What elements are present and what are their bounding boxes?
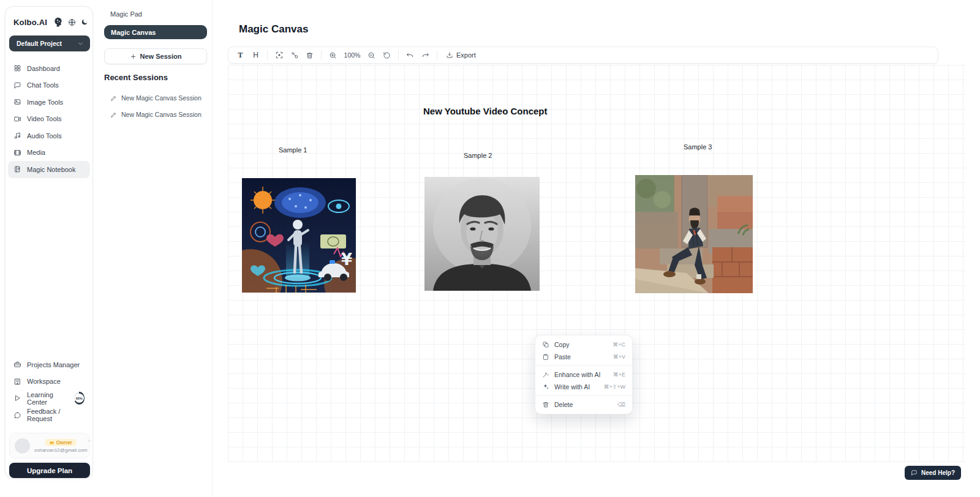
shortcut-label: ⌘+⇧+W [603,384,625,390]
trash-icon [306,51,314,59]
new-session-button[interactable]: New Session [104,48,207,64]
context-menu-item-write-ai[interactable]: Write with AI ⌘+⇧+W [535,381,632,393]
chevron-up-icon [87,438,92,443]
sidebar-item-label: Video Tools [27,115,61,122]
text-tool-button[interactable]: T [233,49,247,62]
redo-button[interactable] [418,49,432,62]
sidebar-footer: Projects Manager Workspace Learning Cent… [8,356,90,424]
redo-icon [421,51,429,59]
crown-icon [49,439,55,445]
sidebar-item-dashboard[interactable]: Dashboard [8,60,90,77]
dark-mode-moon-icon[interactable] [81,18,88,26]
zoom-out-button[interactable] [364,49,379,62]
zoom-out-icon [368,51,375,59]
canvas-sample-label-1[interactable]: Sample 1 [279,146,307,154]
recent-sessions-heading: Recent Sessions [104,73,168,82]
sidebar-item-media[interactable]: Media [8,144,90,162]
sparkles-icon [542,383,549,390]
upgrade-plan-button[interactable]: Upgrade Plan [9,463,90,478]
sidebar-nav: Dashboard Chat Tools Image Tools Video T… [8,60,90,178]
canvas-sample-label-2[interactable]: Sample 2 [464,152,492,159]
sidebar-item-learning-center[interactable]: Learning Center 66% [8,390,90,407]
project-selector[interactable]: Default Project [9,36,90,51]
toolbar-separator [437,50,437,60]
learning-progress-value: 66% [75,394,84,403]
context-menu-item-copy[interactable]: Copy ⌘+C [535,338,632,351]
undo-icon [406,51,414,59]
sidebar-item-label: Magic Notebook [27,166,76,173]
zoom-level[interactable]: 100% [341,51,363,59]
user-email: zoharvan12@gmail.com [34,447,87,453]
sidebar-item-feedback[interactable]: Feedback / Request [8,407,90,424]
owner-badge: Owner [45,439,76,446]
undo-button[interactable] [403,49,417,62]
heading-tool-button[interactable]: H [249,49,263,62]
toolbar-separator [398,50,399,60]
sample-image-2[interactable] [424,177,540,291]
context-menu-item-enhance-ai[interactable]: Enhance with AI ⌘+E [535,368,632,381]
pencil-icon [110,111,117,118]
notebook-pen-icon [13,165,21,173]
context-menu-item-delete[interactable]: Delete ⌫ [535,398,632,411]
download-icon [446,51,453,59]
session-list-item[interactable]: New Magic Canvas Session [104,92,207,104]
briefcase-icon [13,361,21,368]
connector-tool-button[interactable] [287,49,301,62]
reset-view-button[interactable] [380,49,394,62]
panel-item-magic-canvas[interactable]: Magic Canvas [104,25,207,39]
ai-select-button[interactable] [272,49,286,62]
user-account-card[interactable]: Owner zoharvan12@gmail.com [9,433,90,458]
trash-icon [542,401,549,408]
session-list-item[interactable]: New Magic Canvas Session [104,108,207,121]
sidebar-item-label: Workspace [27,378,61,385]
language-globe-icon[interactable] [68,18,76,26]
sidebar-item-projects-manager[interactable]: Projects Manager [8,356,90,373]
sidebar-item-audio-tools[interactable]: Audio Tools [8,127,90,144]
sidebar-item-chat-tools[interactable]: Chat Tools [8,77,90,94]
learning-progress-ring: 66% [74,392,85,405]
sidebar-item-label: Learning Center [27,391,67,406]
svg-text:¥: ¥ [341,250,352,269]
need-help-button[interactable]: Need Help? [905,466,961,480]
logo-row: Kolbo.AI [13,17,88,28]
zoom-in-button[interactable] [326,49,340,62]
canvas-sample-label-3[interactable]: Sample 3 [684,143,712,151]
main-area: Magic Canvas T H 100% [213,0,980,497]
shortcut-label: ⌘+V [613,354,625,360]
delete-tool-button[interactable] [303,49,317,62]
shortcut-label: ⌘+C [612,342,625,348]
avatar [15,438,30,454]
sidebar-item-label: Dashboard [27,65,60,72]
ai-scan-icon [275,51,284,59]
panel-item-magic-pad[interactable]: Magic Pad [104,9,207,20]
sample-image-3[interactable] [635,175,753,293]
video-camera-icon [13,115,21,123]
toolbar-separator [267,50,268,60]
ai-head-icon [52,17,63,28]
user-meta: Owner zoharvan12@gmail.com [34,439,87,453]
plus-icon [130,53,137,60]
menu-divider [535,365,632,366]
copy-icon [542,341,549,348]
clipboard-icon [542,353,549,361]
building-icon [13,378,21,386]
magic-wand-icon [542,371,549,378]
sidebar-item-image-tools[interactable]: Image Tools [8,94,90,111]
shortcut-label: ⌘+E [613,372,625,378]
toolbar-separator [321,50,322,60]
sidebar-item-label: Feedback / Request [27,408,85,422]
sidebar-item-magic-notebook[interactable]: Magic Notebook [8,161,90,178]
dashboard-icon [13,64,21,72]
sidebar-item-video-tools[interactable]: Video Tools [8,111,90,128]
chevron-down-icon [77,40,84,47]
export-button[interactable]: Export [442,49,480,62]
sidebar-item-label: Audio Tools [27,132,62,140]
sample-image-1[interactable]: ¥ [242,178,356,293]
canvas-title[interactable]: New Youtube Video Concept [423,106,548,116]
sidebar: Kolbo.AI Default Project Dashboard Chat … [5,6,93,479]
feedback-bubble-icon [13,411,21,419]
shortcut-label: ⌫ [617,402,625,408]
sidebar-item-workspace[interactable]: Workspace [8,373,90,390]
context-menu-item-paste[interactable]: Paste ⌘+V [535,351,632,363]
rotate-icon [383,51,391,59]
